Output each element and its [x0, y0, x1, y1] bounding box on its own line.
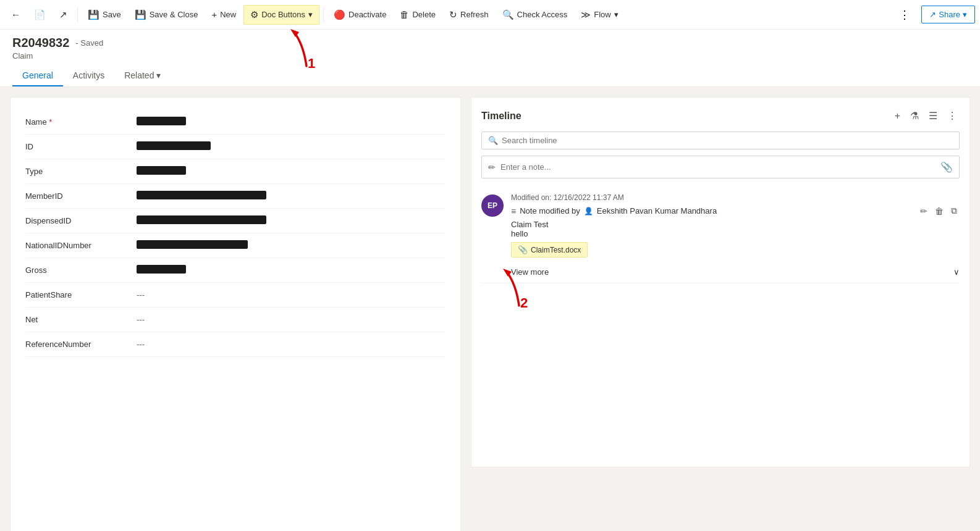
- view-more-label: View more: [511, 267, 549, 277]
- timeline-more-icon: ⋮: [947, 111, 957, 121]
- tab-general[interactable]: General: [12, 65, 63, 86]
- refresh-icon: ↻: [449, 9, 457, 20]
- label-patientshare: PatientShare: [25, 290, 137, 299]
- refresh-button[interactable]: ↻ Refresh: [443, 6, 495, 24]
- label-net: Net: [25, 315, 137, 324]
- record-type: Claim: [12, 51, 968, 61]
- new-button[interactable]: + New: [205, 6, 242, 23]
- avatar: EP: [481, 194, 504, 217]
- check-access-label: Check Access: [517, 10, 568, 19]
- doc-buttons-chevron: ▾: [308, 10, 313, 19]
- share-button[interactable]: ↗ Share ▾: [921, 6, 975, 23]
- entry-copy-button[interactable]: ⧉: [948, 204, 960, 217]
- timeline-search-input[interactable]: [502, 136, 953, 145]
- value-type: [137, 166, 446, 177]
- timeline-sort-button[interactable]: ☰: [926, 107, 940, 124]
- related-chevron: ▾: [156, 70, 161, 80]
- value-id: [137, 141, 446, 152]
- value-dispensedid: [137, 215, 446, 226]
- entry-body: Claim Test hello: [511, 220, 960, 238]
- attach-icon[interactable]: 📎: [940, 161, 953, 173]
- deactivate-label: Deactivate: [348, 10, 386, 19]
- entry-modified-date: Modified on: 12/16/2022 11:37 AM: [511, 193, 960, 202]
- field-nationalid: NationalIDNumber: [25, 233, 446, 258]
- redacted-name: [137, 117, 186, 125]
- view-more-button[interactable]: View more ∨: [511, 262, 960, 277]
- new-label: New: [220, 10, 236, 19]
- save-icon: 💾: [88, 9, 99, 20]
- delete-icon: 🗑: [400, 9, 409, 20]
- label-referencenumber: ReferenceNumber: [25, 340, 137, 349]
- check-access-icon: 🔍: [502, 9, 514, 20]
- field-referencenumber: ReferenceNumber ---: [25, 332, 446, 357]
- timeline-entry: EP Modified on: 12/16/2022 11:37 AM ≡ No…: [481, 187, 960, 283]
- separator-1: [77, 7, 78, 22]
- field-gross: Gross: [25, 258, 446, 283]
- attachment-badge[interactable]: 📎 ClaimTest.docx: [511, 242, 588, 257]
- share-chevron: ▾: [963, 10, 967, 19]
- note-icon: ≡: [511, 206, 516, 216]
- delete-label: Delete: [412, 10, 436, 19]
- search-icon: 🔍: [488, 136, 498, 145]
- timeline-add-icon: +: [895, 111, 900, 121]
- entry-body-sub: hello: [511, 229, 960, 238]
- separator-2: [323, 7, 324, 22]
- timeline-note-input-box[interactable]: ✏ 📎: [481, 156, 960, 178]
- tab-related[interactable]: Related ▾: [114, 65, 171, 86]
- entry-edit-button[interactable]: ✏: [918, 204, 930, 217]
- field-patientshare: PatientShare ---: [25, 283, 446, 307]
- tabs: General Activitys Related ▾: [12, 65, 968, 86]
- share-icon: ↗: [929, 10, 936, 19]
- label-name: Name: [25, 117, 137, 127]
- redacted-type: [137, 166, 186, 175]
- check-access-button[interactable]: 🔍 Check Access: [496, 6, 574, 24]
- entry-note-label: Note modified by: [520, 206, 580, 215]
- timeline-filter-icon: ⚗: [910, 111, 919, 121]
- redacted-gross: [137, 265, 186, 274]
- redacted-id: [137, 141, 211, 150]
- entry-copy-icon: ⧉: [951, 206, 957, 215]
- entry-title-row: ≡ Note modified by 👤 Eekshith Pavan Kuma…: [511, 204, 960, 217]
- timeline-search-box[interactable]: 🔍: [481, 132, 960, 149]
- view-more-chevron: ∨: [953, 267, 960, 277]
- user-icon: 👤: [584, 207, 593, 215]
- record-header: R2049832 - Saved Claim General Activitys…: [0, 30, 980, 87]
- field-memberid: MemberID: [25, 184, 446, 209]
- label-nationalid: NationalIDNumber: [25, 241, 137, 250]
- toolbar: ← 📄 ↗ 💾 Save 💾 Save & Close + New ⚙ Doc …: [0, 0, 980, 30]
- page-icon-button[interactable]: 📄: [28, 6, 52, 24]
- back-button[interactable]: ←: [5, 6, 27, 23]
- timeline-note-field[interactable]: [501, 162, 940, 172]
- field-type: Type: [25, 159, 446, 184]
- more-options-button[interactable]: ⋮: [894, 6, 915, 24]
- timeline-add-button[interactable]: +: [892, 108, 903, 124]
- open-icon: ↗: [59, 9, 67, 20]
- timeline-filter-button[interactable]: ⚗: [908, 107, 921, 124]
- save-close-button[interactable]: 💾 Save & Close: [129, 6, 205, 24]
- record-id: R2049832: [12, 36, 69, 50]
- save-close-label: Save & Close: [150, 10, 198, 19]
- delete-button[interactable]: 🗑 Delete: [394, 6, 442, 23]
- save-button[interactable]: 💾 Save: [82, 6, 127, 24]
- open-button[interactable]: ↗: [53, 6, 74, 24]
- field-name: Name: [25, 110, 446, 135]
- share-label: Share: [939, 10, 960, 19]
- tab-activitys[interactable]: Activitys: [63, 65, 114, 86]
- timeline-sort-icon: ☰: [929, 111, 937, 121]
- flow-label: Flow: [594, 10, 610, 19]
- timeline-more-button[interactable]: ⋮: [945, 107, 960, 124]
- field-id: ID: [25, 135, 446, 159]
- flow-button[interactable]: ≫ Flow ▾: [575, 6, 624, 24]
- redacted-memberid: [137, 191, 266, 199]
- back-icon: ←: [11, 9, 20, 20]
- redacted-nationalid: [137, 240, 248, 249]
- label-dispensedid: DispensedID: [25, 216, 137, 225]
- more-options-icon: ⋮: [899, 9, 910, 21]
- main-content: Name ID Type MemberID: [0, 87, 980, 531]
- timeline-header: Timeline + ⚗ ☰ ⋮: [481, 107, 960, 124]
- deactivate-button[interactable]: 🔴 Deactivate: [327, 6, 392, 24]
- refresh-label: Refresh: [460, 10, 489, 19]
- doc-buttons-button[interactable]: ⚙ Doc Buttons ▾: [243, 5, 319, 25]
- entry-delete-button[interactable]: 🗑: [932, 204, 946, 217]
- doc-buttons-icon: ⚙: [250, 9, 258, 20]
